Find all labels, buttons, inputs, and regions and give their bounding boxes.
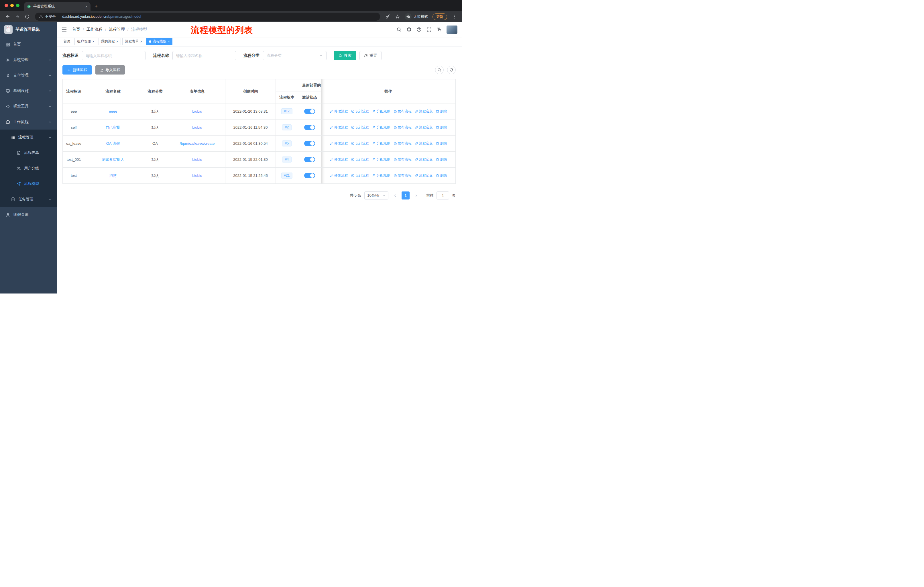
sidebar-item-yen[interactable]: 支付管理	[0, 68, 57, 83]
toggle-search-button[interactable]	[435, 66, 444, 74]
action-delete-link[interactable]: 删除	[436, 173, 447, 178]
page-number-1[interactable]: 1	[402, 192, 409, 200]
form-link[interactable]: biubiu	[192, 157, 202, 162]
action-assign-link[interactable]: 分配规则	[372, 109, 390, 114]
action-publish-link[interactable]: 发布流程	[393, 173, 412, 178]
help-icon[interactable]	[416, 27, 422, 32]
action-publish-link[interactable]: 发布流程	[393, 141, 412, 146]
action-define-link[interactable]: 流程定义	[414, 157, 433, 162]
status-toggle[interactable]	[304, 125, 315, 130]
font-size-icon[interactable]	[437, 27, 442, 32]
sidebar-item-infra[interactable]: 基础设施	[0, 83, 57, 99]
form-link[interactable]: biubiu	[192, 174, 202, 178]
breadcrumb-item[interactable]: 流程管理	[109, 27, 125, 32]
tag-租户管理[interactable]: 租户管理×	[74, 38, 97, 45]
status-toggle[interactable]	[304, 157, 315, 162]
kebab-menu-icon[interactable]	[452, 14, 457, 19]
action-publish-link[interactable]: 发布流程	[393, 125, 412, 130]
action-design-link[interactable]: 设计流程	[351, 173, 369, 178]
sidebar-item-list[interactable]: 流程管理	[0, 129, 57, 145]
process-name-link[interactable]: 滔博	[109, 174, 117, 178]
prev-page-button[interactable]	[391, 192, 399, 200]
action-define-link[interactable]: 流程定义	[414, 141, 433, 146]
zoom-window-button[interactable]	[16, 4, 20, 7]
forward-icon[interactable]	[15, 14, 20, 19]
breadcrumb-item[interactable]: 首页	[72, 27, 80, 32]
process-name-link[interactable]: 自己审批	[106, 125, 120, 129]
sidebar-item-tools[interactable]: 研发工具	[0, 99, 57, 114]
tag-首页[interactable]: 首页	[61, 38, 73, 45]
status-toggle[interactable]	[304, 141, 315, 146]
action-delete-link[interactable]: 删除	[436, 157, 447, 162]
tab-close-icon[interactable]: ×	[85, 4, 87, 9]
action-edit-link[interactable]: 修改流程	[330, 125, 348, 130]
action-publish-link[interactable]: 发布流程	[393, 157, 412, 162]
close-icon[interactable]: ×	[92, 40, 94, 43]
search-icon[interactable]	[396, 27, 402, 32]
minimize-window-button[interactable]	[10, 4, 14, 7]
action-delete-link[interactable]: 删除	[436, 125, 447, 130]
search-button[interactable]: 搜索	[334, 51, 356, 60]
close-icon[interactable]: ×	[116, 40, 119, 43]
update-button[interactable]: 更新	[432, 13, 447, 20]
star-icon[interactable]	[395, 14, 400, 19]
close-window-button[interactable]	[5, 4, 8, 7]
sidebar-item-task[interactable]: 任务管理	[0, 192, 57, 207]
close-icon[interactable]: ×	[140, 40, 142, 43]
tag-流程模型[interactable]: 流程模型×	[146, 38, 173, 45]
action-define-link[interactable]: 流程定义	[414, 109, 433, 114]
action-assign-link[interactable]: 分配规则	[372, 141, 390, 146]
next-page-button[interactable]	[412, 192, 420, 200]
new-tab-button[interactable]: +	[94, 3, 98, 9]
sidebar-item-gear[interactable]: 系统管理	[0, 52, 57, 68]
action-design-link[interactable]: 设计流程	[351, 141, 369, 146]
page-size-select[interactable]: 10条/页	[364, 192, 388, 200]
goto-page-input[interactable]	[437, 192, 449, 200]
fullscreen-icon[interactable]	[426, 27, 432, 32]
hamburger-icon[interactable]	[61, 26, 67, 32]
form-link[interactable]: biubiu	[192, 125, 202, 129]
form-link[interactable]: biubiu	[192, 109, 202, 114]
action-assign-link[interactable]: 分配规则	[372, 173, 390, 178]
sidebar-item-send[interactable]: 流程模型	[0, 176, 57, 192]
action-edit-link[interactable]: 修改流程	[330, 109, 348, 114]
close-icon[interactable]: ×	[168, 40, 170, 43]
action-define-link[interactable]: 流程定义	[414, 125, 433, 130]
action-delete-link[interactable]: 删除	[436, 109, 447, 114]
sidebar-item-form[interactable]: 流程表单	[0, 145, 57, 160]
action-publish-link[interactable]: 发布流程	[393, 109, 412, 114]
action-define-link[interactable]: 流程定义	[414, 173, 433, 178]
sidebar-item-workflow[interactable]: 工作流程	[0, 114, 57, 129]
app-logo[interactable]: 芋道管理系统	[0, 22, 57, 37]
back-icon[interactable]	[5, 14, 10, 19]
category-select[interactable]: 流程分类	[263, 51, 327, 60]
process-name-link[interactable]: 测试多审批人	[102, 157, 124, 162]
create-process-button[interactable]: 新建流程	[63, 65, 92, 74]
sidebar-item-person[interactable]: 请假查询	[0, 207, 57, 222]
process-key-input[interactable]	[82, 51, 145, 60]
form-link[interactable]: /bpm/oa/leave/create	[180, 141, 214, 146]
action-assign-link[interactable]: 分配规则	[372, 157, 390, 162]
key-icon[interactable]	[385, 14, 390, 19]
address-bar[interactable]: 不安全 dashboard.yudao.iocoder.cn/bpm/manag…	[35, 13, 380, 21]
tag-流程表单[interactable]: 流程表单×	[122, 38, 145, 45]
browser-tab[interactable]: 芋道管理系统 ×	[24, 2, 91, 11]
tag-我的流程[interactable]: 我的流程×	[99, 38, 121, 45]
action-design-link[interactable]: 设计流程	[351, 125, 369, 130]
reload-icon[interactable]	[25, 14, 30, 19]
action-edit-link[interactable]: 修改流程	[330, 173, 348, 178]
github-icon[interactable]	[406, 27, 412, 32]
breadcrumb-item[interactable]: 工作流程	[86, 27, 102, 32]
action-edit-link[interactable]: 修改流程	[330, 141, 348, 146]
action-assign-link[interactable]: 分配规则	[372, 125, 390, 130]
process-name-link[interactable]: OA 请假	[106, 141, 120, 146]
import-process-button[interactable]: 导入流程	[96, 65, 125, 74]
user-avatar[interactable]	[447, 25, 457, 34]
reset-button[interactable]: 重置	[360, 51, 381, 60]
sidebar-item-users[interactable]: 用户分组	[0, 160, 57, 176]
action-design-link[interactable]: 设计流程	[351, 157, 369, 162]
process-name-input[interactable]	[172, 51, 236, 60]
status-toggle[interactable]	[304, 173, 315, 178]
action-edit-link[interactable]: 修改流程	[330, 157, 348, 162]
action-design-link[interactable]: 设计流程	[351, 109, 369, 114]
